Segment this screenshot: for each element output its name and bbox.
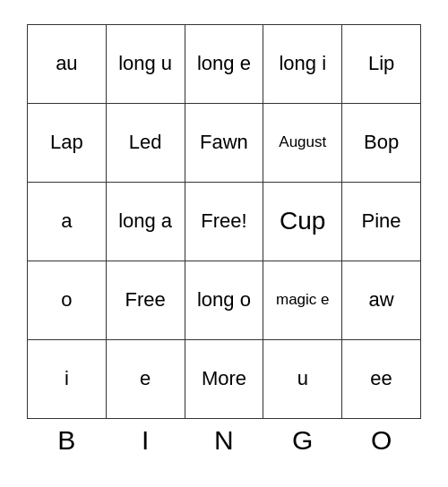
bingo-cell: Cup — [263, 182, 342, 261]
header-cell: B — [28, 418, 107, 463]
bingo-cell: Free — [106, 261, 185, 339]
bingo-card: aulong ulong elong iLipLapLedFawnAugustB… — [9, 6, 439, 481]
bingo-cell: long e — [185, 24, 263, 103]
table-row: ieMoreuee — [28, 339, 421, 418]
bingo-cell: long i — [263, 24, 342, 103]
bingo-cell: au — [28, 24, 107, 103]
bingo-cell: a — [28, 182, 107, 261]
header-row: BINGO — [28, 418, 421, 463]
bingo-cell: aw — [342, 261, 421, 339]
bingo-cell: August — [263, 103, 342, 182]
table-row: oFreelong omagic eaw — [28, 261, 421, 339]
bingo-table: aulong ulong elong iLipLapLedFawnAugustB… — [27, 24, 421, 463]
bingo-cell: Pine — [342, 182, 421, 261]
header-cell: I — [106, 418, 185, 463]
bingo-cell: ee — [342, 339, 421, 418]
bingo-cell: magic e — [263, 261, 342, 339]
bingo-cell: o — [28, 261, 107, 339]
bingo-cell: Lip — [342, 24, 421, 103]
bingo-cell: Led — [106, 103, 185, 182]
bingo-cell: long a — [106, 182, 185, 261]
header-cell: G — [263, 418, 342, 463]
bingo-cell: Fawn — [185, 103, 263, 182]
bingo-cell: Lap — [28, 103, 107, 182]
bingo-cell: long u — [106, 24, 185, 103]
bingo-cell: Bop — [342, 103, 421, 182]
table-row: LapLedFawnAugustBop — [28, 103, 421, 182]
table-row: along aFree!CupPine — [28, 182, 421, 261]
header-cell: O — [342, 418, 421, 463]
bingo-cell: e — [106, 339, 185, 418]
bingo-cell: More — [185, 339, 263, 418]
bingo-cell: long o — [185, 261, 263, 339]
header-cell: N — [185, 418, 263, 463]
bingo-cell: i — [28, 339, 107, 418]
bingo-cell: Free! — [185, 182, 263, 261]
bingo-cell: u — [263, 339, 342, 418]
table-row: aulong ulong elong iLip — [28, 24, 421, 103]
